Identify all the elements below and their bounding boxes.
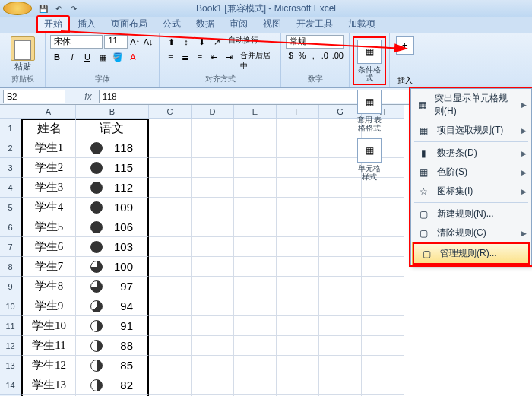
cell[interactable] xyxy=(362,336,404,356)
cell[interactable] xyxy=(362,237,404,257)
cell[interactable] xyxy=(192,356,234,375)
cell[interactable] xyxy=(319,257,362,277)
cell[interactable] xyxy=(277,217,319,237)
cell[interactable] xyxy=(277,375,319,395)
cell[interactable] xyxy=(234,198,277,217)
cell-value[interactable]: 91 xyxy=(76,316,149,336)
cell[interactable] xyxy=(319,277,362,296)
cell-value[interactable]: 94 xyxy=(76,296,149,316)
row-header[interactable]: 7 xyxy=(0,237,21,257)
cell[interactable] xyxy=(192,138,234,158)
cell-value[interactable]: 118 xyxy=(76,138,149,158)
cell-name[interactable]: 学生10 xyxy=(21,316,76,336)
row-header[interactable]: 2 xyxy=(0,138,21,158)
cell[interactable] xyxy=(362,277,404,296)
cell[interactable] xyxy=(362,375,404,395)
cell-name[interactable]: 学生2 xyxy=(21,158,76,178)
cell[interactable] xyxy=(149,198,192,217)
cell[interactable] xyxy=(192,375,234,395)
cell-value[interactable]: 115 xyxy=(76,158,149,178)
menu-item[interactable]: ☆图标集(I)▶ xyxy=(411,182,531,201)
cell[interactable] xyxy=(234,158,277,178)
row-header[interactable]: 13 xyxy=(0,356,21,375)
cell-value[interactable]: 103 xyxy=(76,237,149,257)
cell[interactable] xyxy=(277,277,319,296)
cell[interactable] xyxy=(192,178,234,198)
menu-item[interactable]: ▦突出显示单元格规则(H)▶ xyxy=(411,89,531,121)
cell[interactable] xyxy=(319,356,362,375)
cell[interactable] xyxy=(149,217,192,237)
cell-header[interactable]: 语文 xyxy=(76,119,149,138)
cell[interactable] xyxy=(234,356,277,375)
col-header[interactable]: B xyxy=(76,105,149,119)
cell[interactable] xyxy=(149,375,192,395)
cell[interactable] xyxy=(149,356,192,375)
cell[interactable] xyxy=(362,296,404,316)
col-header[interactable]: E xyxy=(234,105,277,119)
cell[interactable] xyxy=(234,217,277,237)
cell-value[interactable]: 97 xyxy=(76,277,149,296)
menu-item[interactable]: ▢清除规则(C)▶ xyxy=(411,223,531,242)
cell[interactable] xyxy=(234,336,277,356)
cell[interactable] xyxy=(362,316,404,336)
cell[interactable] xyxy=(319,375,362,395)
fx-icon[interactable]: fx xyxy=(81,91,96,102)
cell[interactable] xyxy=(149,138,192,158)
cell[interactable] xyxy=(192,316,234,336)
cell-name[interactable]: 学生9 xyxy=(21,296,76,316)
cell[interactable] xyxy=(192,119,234,138)
cell[interactable] xyxy=(192,277,234,296)
cell[interactable] xyxy=(192,237,234,257)
cell-name[interactable]: 学生5 xyxy=(21,217,76,237)
cell[interactable] xyxy=(277,158,319,178)
menu-item[interactable]: ▢管理规则(R)... xyxy=(413,242,530,265)
cell[interactable] xyxy=(319,237,362,257)
col-header[interactable]: A xyxy=(21,105,76,119)
cell[interactable] xyxy=(234,316,277,336)
row-header[interactable]: 6 xyxy=(0,217,21,237)
col-header[interactable]: C xyxy=(149,105,192,119)
cell[interactable] xyxy=(362,217,404,237)
paste-icon[interactable] xyxy=(11,36,35,61)
row-header[interactable]: 5 xyxy=(0,198,21,217)
menu-item[interactable]: ▦项目选取规则(T)▶ xyxy=(411,121,531,140)
cell[interactable] xyxy=(319,198,362,217)
cell-name[interactable]: 学生8 xyxy=(21,277,76,296)
cell-value[interactable]: 100 xyxy=(76,257,149,277)
menu-item[interactable]: ▢新建规则(N)... xyxy=(411,204,531,223)
select-all-corner[interactable] xyxy=(0,105,21,119)
cell[interactable] xyxy=(192,198,234,217)
cell-name[interactable]: 学生1 xyxy=(21,138,76,158)
cell-value[interactable]: 85 xyxy=(76,356,149,375)
cell[interactable] xyxy=(277,198,319,217)
name-box[interactable]: B2 xyxy=(3,90,65,103)
row-header[interactable]: 3 xyxy=(0,158,21,178)
cell[interactable] xyxy=(149,178,192,198)
cell-value[interactable]: 112 xyxy=(76,178,149,198)
cell[interactable] xyxy=(277,257,319,277)
cell[interactable] xyxy=(234,138,277,158)
cell-name[interactable]: 学生4 xyxy=(21,198,76,217)
cell[interactable] xyxy=(149,257,192,277)
qat-undo-icon[interactable]: ↶ xyxy=(52,2,65,14)
cell[interactable] xyxy=(319,217,362,237)
menu-item[interactable]: ▦色阶(S)▶ xyxy=(411,163,531,182)
cell[interactable] xyxy=(234,119,277,138)
cell[interactable] xyxy=(277,356,319,375)
cell[interactable] xyxy=(277,316,319,336)
col-header[interactable]: D xyxy=(192,105,234,119)
cell[interactable] xyxy=(319,336,362,356)
cell[interactable] xyxy=(234,178,277,198)
format-table-button[interactable]: ▦ 套用 表格格式 xyxy=(353,88,386,134)
row-header[interactable]: 11 xyxy=(0,316,21,336)
cell[interactable] xyxy=(234,296,277,316)
cell[interactable] xyxy=(362,356,404,375)
row-header[interactable]: 1 xyxy=(0,119,21,138)
cell-name[interactable]: 学生12 xyxy=(21,356,76,375)
col-header[interactable]: F xyxy=(277,105,319,119)
cell[interactable] xyxy=(234,257,277,277)
row-header[interactable]: 9 xyxy=(0,277,21,296)
cell[interactable] xyxy=(277,336,319,356)
cell[interactable] xyxy=(149,158,192,178)
qat-save-icon[interactable]: 💾 xyxy=(36,2,50,14)
